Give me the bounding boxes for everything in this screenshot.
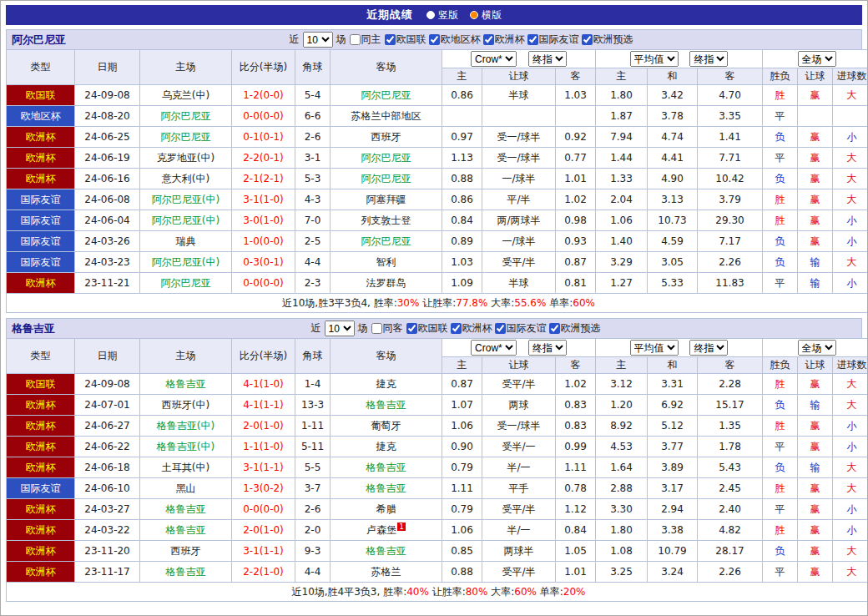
league-filter-欧洲预选[interactable]: 欧洲预选 [582, 33, 633, 47]
home-team: 西班牙 [140, 541, 232, 562]
goals-result-cell: 小 [833, 210, 868, 231]
result-cell: 胜 [763, 189, 798, 210]
same-venue-checkbox-input[interactable] [371, 323, 382, 334]
home-team: 瑞典 [140, 231, 232, 252]
fulltime-select[interactable]: 全场 [798, 340, 836, 356]
goals-result-cell: 小 [833, 127, 868, 148]
corner-score: 2-0 [295, 520, 331, 541]
league-filter-国际友谊[interactable]: 国际友谊 [527, 33, 579, 47]
euro-time-select[interactable]: 终指 [689, 51, 728, 67]
asian-handicap: 平手 [482, 478, 556, 499]
league-checkbox[interactable] [385, 34, 396, 45]
goals-result-cell: 大 [833, 478, 868, 499]
corner-score: 2-3 [295, 273, 331, 294]
match-date: 24-03-23 [75, 252, 140, 273]
league-checkbox[interactable] [527, 34, 538, 45]
handicap-result-cell: 赢 [798, 416, 833, 437]
league-checkbox[interactable] [406, 323, 417, 334]
corner-score: 2-5 [295, 231, 331, 252]
handicap-result-cell: 赢 [798, 127, 833, 148]
euro-draw-odds: 3.05 [648, 252, 698, 273]
asian-handicap: 半/一 [482, 457, 556, 478]
league-checkbox[interactable] [451, 323, 462, 334]
euro-home-odds: 2.88 [596, 478, 648, 499]
league-checkbox[interactable] [495, 323, 506, 334]
asian-away-odds: 0.81 [556, 273, 596, 294]
league-checkbox[interactable] [582, 34, 593, 45]
league-filter-欧洲预选[interactable]: 欧洲预选 [549, 321, 601, 336]
same-venue-checkbox[interactable]: 同主 [350, 33, 381, 47]
league-filter-欧洲杯[interactable]: 欧洲杯 [483, 33, 525, 47]
league-checkbox[interactable] [429, 34, 440, 45]
league-checkbox[interactable] [483, 34, 494, 45]
asian-away-odds: 1.12 [556, 499, 596, 520]
radio-horizontal-option[interactable]: 横版 [470, 8, 502, 23]
match-score: 3-0(1-0) [232, 210, 295, 231]
match-date: 24-07-01 [75, 395, 140, 416]
away-badge: 1 [397, 523, 406, 531]
fulltime-select[interactable]: 全场 [798, 51, 836, 67]
goals-result-cell: 大 [833, 457, 868, 478]
col-result: 胜负 [763, 68, 798, 85]
asian-handicap: 半/一 [482, 520, 556, 541]
match-type: 国际友谊 [7, 252, 75, 273]
summary-row: 近10场,胜4平3负3, 胜率:40% 让胜率:80% 大率:60% 单率:20… [7, 583, 868, 602]
match-score: 1-1(1-0) [232, 437, 295, 457]
match-row: 欧洲杯23-11-21阿尔巴尼亚0-0(0-0)2-3法罗群岛1.09半球0.8… [7, 273, 868, 294]
match-row: 欧洲杯23-11-20西班牙3-1(1-1)9-3格鲁吉亚0.85两球半1.05… [7, 541, 868, 562]
asian-company-select[interactable]: Crow* [471, 340, 517, 356]
euro-away-odds: 2.26 [698, 252, 763, 273]
recent-count-select[interactable]: 10 [325, 321, 355, 336]
match-row: 欧洲杯24-06-18土耳其(中)3-1(1-1)5-5格鲁吉亚0.79半/一1… [7, 457, 868, 478]
team-section: 格鲁吉亚 近 10 场 同客 欧国联欧洲杯国际友谊欧洲预选 [6, 318, 862, 602]
match-type: 国际友谊 [7, 231, 75, 252]
same-venue-checkbox-input[interactable] [350, 34, 361, 45]
league-filter-欧地区杯[interactable]: 欧地区杯 [429, 33, 481, 47]
col-euro-away: 客 [698, 357, 763, 374]
asian-company-select[interactable]: Crow* [471, 51, 517, 67]
recent-count-select[interactable]: 10 [303, 32, 333, 48]
result-cell: 负 [763, 169, 798, 189]
away-team: 捷克 [331, 437, 442, 457]
asian-handicap: 半球 [482, 85, 556, 106]
asian-time-select[interactable]: 终指 [528, 340, 567, 356]
euro-home-odds: 1.33 [596, 169, 648, 189]
euro-away-odds: 3.79 [698, 189, 763, 210]
layout-radio-group: 竖版 横版 [426, 8, 502, 23]
euro-company-select[interactable]: 平均值 [630, 51, 679, 67]
away-team: 希腊 [331, 499, 442, 520]
radio-vertical-option[interactable]: 竖版 [426, 8, 458, 23]
filter-bar: 近 10 场 同客 欧国联欧洲杯国际友谊欧洲预选 [311, 321, 601, 336]
corner-score: 3-7 [295, 478, 331, 499]
euro-home-odds: 1.06 [596, 210, 648, 231]
result-cell: 负 [763, 395, 798, 416]
match-row: 欧洲杯24-06-27格鲁吉亚(中)2-0(1-0)1-11葡萄牙1.06受一/… [7, 416, 868, 437]
euro-draw-odds: 4.41 [648, 148, 698, 169]
corner-score: 4-3 [295, 189, 331, 210]
asian-time-select[interactable]: 终指 [528, 51, 567, 67]
handicap-result-cell: 赢 [798, 478, 833, 499]
same-venue-checkbox[interactable]: 同客 [371, 321, 403, 336]
corner-score: 5-5 [295, 457, 331, 478]
league-filter-欧洲杯[interactable]: 欧洲杯 [451, 321, 492, 336]
asian-handicap: 受平/半 [482, 374, 556, 395]
goals-result-cell: 小 [833, 499, 868, 520]
league-checkbox[interactable] [549, 323, 560, 334]
euro-time-select[interactable]: 终指 [689, 340, 728, 356]
away-team: 阿尔巴尼亚 [331, 169, 442, 189]
asian-away-odds: 1.11 [556, 457, 596, 478]
match-row: 欧洲杯24-03-27格鲁吉亚0-0(0-0)2-6希腊0.79受平/半1.12… [7, 499, 868, 520]
league-filter-国际友谊[interactable]: 国际友谊 [495, 321, 547, 336]
league-filter-欧国联[interactable]: 欧国联 [385, 33, 426, 47]
euro-company-select[interactable]: 平均值 [630, 340, 679, 356]
asian-home-odds: 1.13 [442, 148, 482, 169]
league-filter-欧国联[interactable]: 欧国联 [406, 321, 448, 336]
euro-away-odds: 29.30 [698, 210, 763, 231]
asian-home-odds: 0.89 [442, 231, 482, 252]
team-name: 阿尔巴尼亚 [12, 33, 66, 48]
euro-home-odds: 1.80 [596, 85, 648, 106]
euro-draw-odds: 3.24 [648, 562, 698, 583]
goals-result-cell: 小 [833, 520, 868, 541]
home-team: 格鲁吉亚 [140, 499, 232, 520]
euro-draw-odds: 5.33 [648, 273, 698, 294]
